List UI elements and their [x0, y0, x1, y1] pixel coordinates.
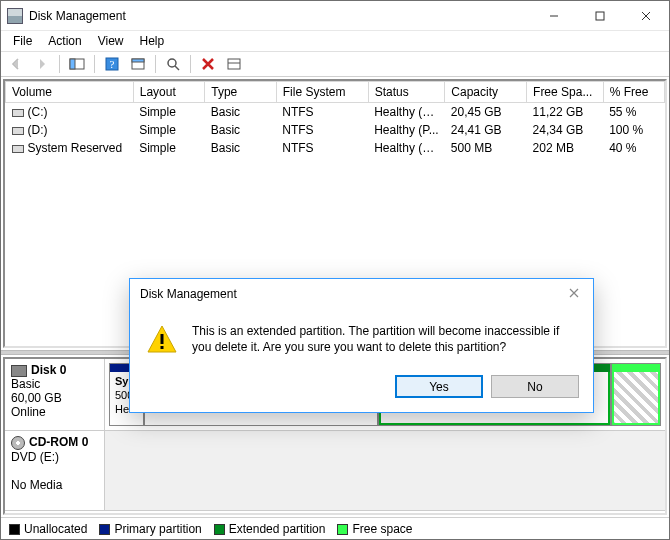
svg-rect-8 — [228, 59, 240, 69]
partition-band — [612, 364, 660, 372]
minimize-button[interactable] — [531, 1, 577, 30]
refresh-button[interactable] — [162, 53, 184, 75]
cell-volume: (C:) — [28, 105, 48, 119]
swatch-unallocated — [9, 524, 20, 535]
col-filesystem[interactable]: File System — [276, 82, 368, 103]
disk-label[interactable]: CD-ROM 0 DVD (E:) No Media — [5, 431, 105, 510]
cell-volume: System Reserved — [28, 141, 123, 155]
legend: Unallocated Primary partition Extended p… — [1, 517, 669, 539]
cell-status: Healthy (B... — [368, 103, 445, 122]
cell-cap: 24,41 GB — [445, 121, 527, 139]
no-button[interactable]: No — [491, 375, 579, 398]
cell-status: Healthy (P... — [368, 121, 445, 139]
legend-label: Unallocated — [24, 522, 87, 536]
dialog-message: This is an extended partition. The parti… — [192, 323, 577, 359]
cell-layout: Simple — [133, 103, 205, 122]
help-button[interactable]: ? — [101, 53, 123, 75]
forward-button[interactable] — [31, 53, 53, 75]
dialog-titlebar: Disk Management — [130, 279, 593, 309]
cell-pct: 40 % — [603, 139, 664, 157]
toolbar-separator — [94, 55, 95, 73]
disk-name: CD-ROM 0 — [29, 435, 88, 449]
maximize-button[interactable] — [577, 1, 623, 30]
volume-icon — [12, 109, 24, 117]
toolbar-separator — [59, 55, 60, 73]
yes-button[interactable]: Yes — [395, 375, 483, 398]
col-layout[interactable]: Layout — [133, 82, 205, 103]
table-row[interactable]: System Reserved Simple Basic NTFS Health… — [6, 139, 665, 157]
toolbar-separator — [190, 55, 191, 73]
menu-help[interactable]: Help — [132, 32, 173, 50]
window-controls — [531, 1, 669, 30]
cell-pct: 55 % — [603, 103, 664, 122]
menubar: File Action View Help — [1, 31, 669, 51]
toolbar-separator — [155, 55, 156, 73]
svg-rect-2 — [70, 59, 75, 69]
cell-fs: NTFS — [276, 139, 368, 157]
svg-point-7 — [168, 59, 176, 67]
dialog-buttons: Yes No — [130, 361, 593, 412]
menu-file[interactable]: File — [5, 32, 40, 50]
volume-icon — [12, 127, 24, 135]
legend-item: Free space — [337, 522, 412, 536]
cell-volume: (D:) — [28, 123, 48, 137]
titlebar: Disk Management — [1, 1, 669, 31]
app-icon — [7, 8, 23, 24]
cell-free: 202 MB — [527, 139, 604, 157]
svg-rect-0 — [596, 12, 604, 20]
disk-label[interactable]: Disk 0 Basic 60,00 GB Online — [5, 359, 105, 430]
warning-icon — [146, 323, 178, 359]
main-window: Disk Management File Action View Help — [0, 0, 670, 540]
cell-layout: Simple — [133, 121, 205, 139]
legend-item: Unallocated — [9, 522, 87, 536]
table-row[interactable]: (D:) Simple Basic NTFS Healthy (P... 24,… — [6, 121, 665, 139]
legend-label: Free space — [352, 522, 412, 536]
close-button[interactable] — [623, 1, 669, 30]
disk-size: 60,00 GB — [11, 391, 62, 405]
toolbar: ? — [1, 51, 669, 77]
col-pctfree[interactable]: % Free — [603, 82, 664, 103]
disk-name: Disk 0 — [31, 363, 66, 377]
menu-view[interactable]: View — [90, 32, 132, 50]
cell-cap: 20,45 GB — [445, 103, 527, 122]
cell-type: Basic — [205, 103, 277, 122]
table-row[interactable]: (C:) Simple Basic NTFS Healthy (B... 20,… — [6, 103, 665, 122]
window-title: Disk Management — [29, 9, 531, 23]
disk-state: Online — [11, 405, 46, 419]
swatch-free — [337, 524, 348, 535]
cell-layout: Simple — [133, 139, 205, 157]
settings-button[interactable] — [127, 53, 149, 75]
col-type[interactable]: Type — [205, 82, 277, 103]
cell-cap: 500 MB — [445, 139, 527, 157]
svg-rect-6 — [132, 59, 144, 62]
cell-type: Basic — [205, 121, 277, 139]
cell-pct: 100 % — [603, 121, 664, 139]
legend-item: Primary partition — [99, 522, 201, 536]
menu-action[interactable]: Action — [40, 32, 89, 50]
legend-label: Primary partition — [114, 522, 201, 536]
delete-button[interactable] — [197, 53, 219, 75]
cdrom-icon — [11, 436, 25, 450]
dialog-body: This is an extended partition. The parti… — [130, 309, 593, 361]
show-hide-console-tree-button[interactable] — [66, 53, 88, 75]
cell-type: Basic — [205, 139, 277, 157]
dialog-close-button[interactable] — [565, 283, 583, 305]
legend-item: Extended partition — [214, 522, 326, 536]
cell-free: 11,22 GB — [527, 103, 604, 122]
volume-icon — [12, 145, 24, 153]
volume-table[interactable]: Volume Layout Type File System Status Ca… — [5, 81, 665, 157]
back-button[interactable] — [5, 53, 27, 75]
disk-icon — [11, 365, 27, 377]
properties-button[interactable] — [223, 53, 245, 75]
disk-row: CD-ROM 0 DVD (E:) No Media — [5, 431, 665, 511]
col-freespace[interactable]: Free Spa... — [527, 82, 604, 103]
col-status[interactable]: Status — [368, 82, 445, 103]
col-capacity[interactable]: Capacity — [445, 82, 527, 103]
cell-fs: NTFS — [276, 103, 368, 122]
confirm-delete-dialog: Disk Management This is an extended part… — [129, 278, 594, 413]
col-volume[interactable]: Volume — [6, 82, 134, 103]
svg-text:?: ? — [110, 58, 115, 70]
legend-label: Extended partition — [229, 522, 326, 536]
cell-free: 24,34 GB — [527, 121, 604, 139]
partition-free-space[interactable] — [611, 363, 661, 426]
